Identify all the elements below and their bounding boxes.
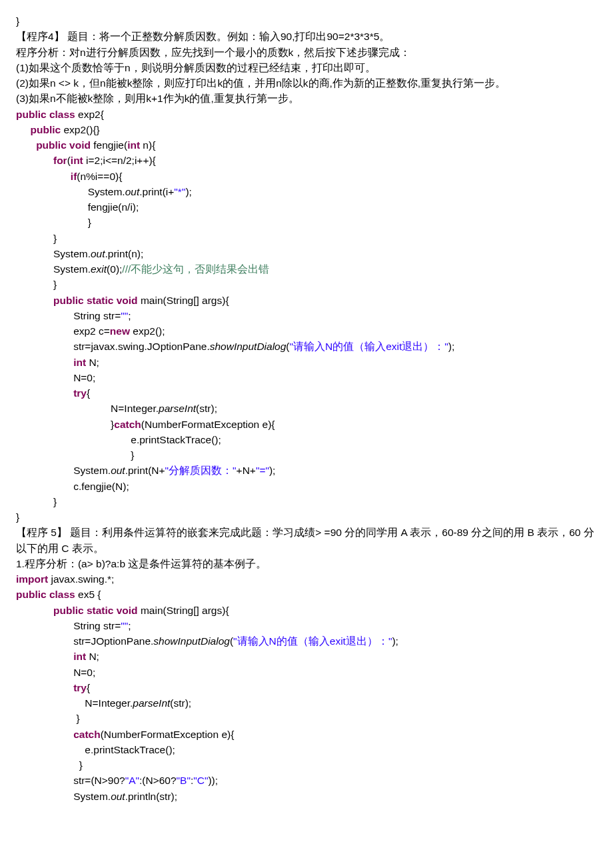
code-line: if(n%i==0){ (16, 169, 597, 184)
token-kw: for (53, 155, 67, 166)
code-line: public class exp2{ (16, 107, 597, 122)
token-str: "请输入N的值（输入exit退出）：" (233, 635, 392, 647)
token-it: showInputDialog (153, 635, 230, 647)
token-plain: ); (269, 465, 275, 476)
code-line: try{ (16, 385, 597, 401)
token-plain: e.printStackTrace(); (16, 434, 221, 445)
token-plain: String str= (16, 620, 121, 631)
token-plain: } (16, 713, 80, 724)
token-kw: import (16, 573, 48, 585)
token-str: "A" (125, 775, 139, 786)
token-plain (16, 155, 53, 166)
token-plain: javax.swing.*; (48, 573, 114, 585)
code-line: str=javax.swing.JOptionPane.showInputDia… (16, 339, 597, 354)
code-line: e.printStackTrace(); (16, 432, 597, 447)
token-it: out (111, 791, 125, 802)
token-plain (16, 729, 73, 740)
token-plain: N=Integer. (16, 403, 159, 414)
token-kw: public static void (53, 605, 138, 616)
token-plain: ); (448, 341, 454, 352)
token-cmt: ///不能少这句，否则结果会出错 (122, 263, 269, 275)
token-plain: exp2 c= (16, 325, 110, 337)
token-plain: .println(str); (125, 791, 177, 802)
token-plain: fengjie( (91, 139, 127, 151)
token-plain: (3)如果n不能被k整除，则用k+1作为k的值,重复执行第一步。 (16, 93, 299, 104)
code-line: } (16, 494, 597, 509)
token-plain: } (16, 496, 57, 507)
token-plain: main(String[] args){ (138, 605, 229, 616)
token-plain: ex5 { (75, 589, 101, 600)
token-plain: (1)如果这个质数恰等于n，则说明分解质因数的过程已经结束，打印出即可。 (16, 62, 376, 73)
text-line: 程序分析：对n进行分解质因数，应先找到一个最小的质数k，然后按下述步骤完成： (16, 45, 597, 60)
code-line: String str=""; (16, 308, 597, 323)
token-plain (16, 171, 71, 182)
token-plain: )); (208, 775, 218, 786)
code-line: int N; (16, 355, 597, 370)
token-kw: public class (16, 109, 75, 120)
text-line: 【程序 5】 题目：利用条件运算符的嵌套来完成此题：学习成绩> =90 分的同学… (16, 525, 597, 556)
token-str: "C" (193, 775, 208, 786)
token-plain: System. (16, 186, 125, 197)
token-plain: } (16, 15, 19, 27)
token-kw: new (110, 325, 130, 337)
token-plain (16, 295, 53, 306)
token-plain: str=javax.swing.JOptionPane. (16, 341, 210, 352)
token-plain: System. (16, 791, 111, 802)
token-plain: (n%i==0){ (77, 171, 122, 182)
code-line: System.out.print(n); (16, 246, 597, 261)
token-it: out (111, 465, 125, 476)
code-line: } (16, 231, 597, 246)
token-plain: { (87, 387, 90, 399)
code-line: System.exit(0);///不能少这句，否则结果会出错 (16, 261, 597, 277)
code-line: str=(N>90?"A":(N>60?"B":"C")); (16, 773, 597, 788)
token-plain: (str); (196, 403, 217, 414)
code-line: public void fengjie(int n){ (16, 137, 597, 153)
code-line: } (16, 215, 597, 230)
token-plain: (2)如果n <> k，但n能被k整除，则应打印出k的值，并用n除以k的商,作为… (16, 77, 506, 89)
text-line: (1)如果这个质数恰等于n，则说明分解质因数的过程已经结束，打印出即可。 (16, 60, 597, 75)
token-plain: .print(n); (105, 248, 144, 259)
token-plain: n){ (140, 139, 155, 151)
token-plain: exp2(){} (61, 124, 100, 135)
code-line: N=Integer.parseInt(str); (16, 695, 597, 711)
token-plain: c.fengjie(N); (16, 481, 129, 492)
token-plain: N; (86, 357, 99, 368)
token-plain: } (16, 759, 83, 771)
token-plain (16, 605, 53, 616)
token-kw: int (71, 155, 83, 166)
token-plain: 1.程序分析：(a> b)?a:b 这是条件运算符的基本例子。 (16, 558, 267, 569)
token-plain: (NumberFormatException e){ (101, 729, 235, 740)
token-plain: .print(N+ (125, 465, 165, 476)
token-plain: String str= (16, 310, 121, 321)
token-str: "*" (174, 186, 185, 197)
code-line: String str=""; (16, 618, 597, 633)
token-str: "分解质因数：" (165, 465, 237, 476)
token-kw: try (73, 387, 87, 399)
token-plain: (str); (170, 697, 191, 709)
code-line: N=0; (16, 370, 597, 385)
token-plain: } (16, 449, 134, 461)
code-line: } (16, 509, 597, 525)
token-plain: (0); (107, 263, 122, 275)
token-plain: } (16, 279, 57, 290)
token-plain: } (16, 419, 114, 430)
token-plain: fengjie(n/i); (16, 201, 139, 213)
token-plain: 【程序 5】 题目：利用条件运算符的嵌套来完成此题：学习成绩> =90 分的同学… (16, 527, 594, 553)
code-line: N=0; (16, 665, 597, 680)
code-line: public static void main(String[] args){ (16, 293, 597, 308)
token-kw: catch (73, 729, 101, 740)
token-plain (16, 682, 73, 693)
token-plain: main(String[] args){ (138, 295, 229, 306)
token-it: parseInt (159, 403, 196, 414)
code-line: exp2 c=new exp2(); (16, 323, 597, 339)
token-str: "" (121, 310, 128, 321)
token-kw: int (73, 357, 86, 368)
code-line: } (16, 277, 597, 292)
token-plain (16, 651, 73, 662)
code-line: public static void main(String[] args){ (16, 603, 597, 618)
token-plain: System. (16, 248, 91, 259)
token-kw: public static void (53, 295, 138, 306)
token-kw: catch (114, 419, 141, 430)
token-it: showInputDialog (210, 341, 287, 352)
token-it: out (91, 248, 105, 259)
